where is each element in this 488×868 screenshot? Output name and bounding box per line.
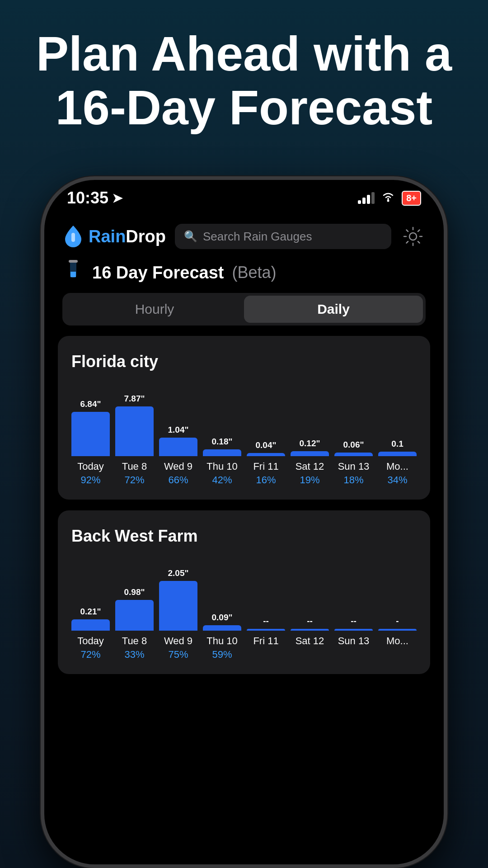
day-label-0-6: Sun 13 <box>338 461 370 472</box>
day-label-0-1: Tue 8 <box>122 461 147 472</box>
bar-0-4 <box>247 453 285 456</box>
bar-col-1-3: 0.09" <box>203 613 241 631</box>
bar-label-col-0-5: Sat 1219% <box>291 461 329 486</box>
app-logo: RainDrop <box>62 224 166 249</box>
phone-frame: 10:35 ➤ 8+ <box>41 176 447 868</box>
bar-0-1 <box>115 406 154 456</box>
day-label-1-1: Tue 8 <box>122 635 147 647</box>
hero-line1: Plan Ahead with a <box>9 27 479 81</box>
pct-label-0-7: 34% <box>387 474 407 486</box>
svg-rect-4 <box>70 272 76 277</box>
bar-label-col-1-5: Sat 12 <box>291 635 329 660</box>
bar-col-1-0: 0.21" <box>71 607 110 631</box>
raindrop-logo-icon <box>62 224 84 249</box>
location-arrow-icon: ➤ <box>112 191 122 206</box>
hero-line2: 16-Day Forecast <box>9 81 479 135</box>
bar-0-7 <box>378 452 417 456</box>
pct-label-0-1: 72% <box>124 474 144 486</box>
bar-amount-1-2: 2.05" <box>168 568 189 578</box>
bar-col-1-1: 0.98" <box>115 587 154 631</box>
hero-text: Plan Ahead with a 16-Day Forecast <box>0 27 488 135</box>
bar-col-1-2: 2.05" <box>159 568 197 631</box>
bar-col-0-3: 0.18" <box>203 437 241 456</box>
pct-label-0-5: 19% <box>300 474 319 486</box>
location-name-1: Back West Farm <box>71 527 417 546</box>
bar-0-0 <box>71 412 110 456</box>
pct-label-0-0: 92% <box>80 474 100 486</box>
day-label-1-7: Mo... <box>386 635 408 647</box>
bar-col-1-4: -- <box>247 616 285 631</box>
bar-0-3 <box>203 449 241 456</box>
day-label-1-4: Fri 11 <box>253 635 278 647</box>
bar-1-3 <box>203 625 241 631</box>
svg-point-0 <box>387 199 389 202</box>
bar-amount-1-7: - <box>396 616 399 626</box>
bar-label-col-1-4: Fri 11 <box>247 635 285 660</box>
bar-label-col-0-7: Mo...34% <box>378 461 417 486</box>
bar-amount-1-5: -- <box>307 616 313 626</box>
pct-label-0-6: 18% <box>343 474 363 486</box>
bar-col-0-0: 6.84" <box>71 399 110 456</box>
pct-label-1-3: 59% <box>212 649 232 660</box>
pct-label-1-1: 33% <box>124 649 144 660</box>
settings-button[interactable] <box>400 224 426 249</box>
bar-labels-0: Today92%Tue 872%Wed 966%Thu 1042%Fri 111… <box>71 461 417 486</box>
search-bar[interactable]: 🔍 Search Rain Gauges <box>175 224 391 249</box>
dynamic-island <box>208 188 280 206</box>
day-label-0-2: Wed 9 <box>164 461 192 472</box>
signal-icon <box>358 192 375 204</box>
location-name-0: Florida city <box>71 352 417 371</box>
bar-0-6 <box>334 453 373 456</box>
bar-label-col-0-4: Fri 1116% <box>247 461 285 486</box>
day-label-0-0: Today <box>77 461 104 472</box>
pct-label-1-2: 75% <box>168 649 188 660</box>
bar-amount-1-1: 0.98" <box>124 587 145 597</box>
bar-labels-1: Today72%Tue 833%Wed 975%Thu 1059%Fri 11S… <box>71 635 417 660</box>
svg-rect-5 <box>69 260 78 263</box>
section-title: 16 Day Forecast (Beta) <box>62 259 277 286</box>
bar-amount-0-6: 0.06" <box>343 440 364 450</box>
bar-amount-0-2: 1.04" <box>168 425 189 435</box>
bar-label-col-1-1: Tue 833% <box>115 635 154 660</box>
daily-tab[interactable]: Daily <box>244 296 423 323</box>
bar-amount-1-6: -- <box>351 616 357 626</box>
bar-col-0-1: 7.87" <box>115 394 154 456</box>
bar-col-0-7: 0.1 <box>378 439 417 456</box>
section-title-text: 16 Day Forecast <box>92 263 224 283</box>
beta-label: (Beta) <box>232 263 277 282</box>
app-name: RainDrop <box>89 227 166 246</box>
bar-1-5 <box>291 629 329 631</box>
bar-1-4 <box>247 629 285 631</box>
bar-amount-1-4: -- <box>263 616 269 626</box>
bar-label-col-0-6: Sun 1318% <box>334 461 373 486</box>
status-time: 10:35 ➤ <box>67 189 122 208</box>
search-icon: 🔍 <box>184 230 197 243</box>
bar-label-col-1-2: Wed 975% <box>159 635 197 660</box>
bar-col-1-7: - <box>378 616 417 631</box>
bar-chart-1: 0.21"0.98"2.05"0.09"------- <box>71 558 417 631</box>
day-label-1-2: Wed 9 <box>164 635 192 647</box>
bar-col-0-6: 0.06" <box>334 440 373 456</box>
search-placeholder: Search Rain Gauges <box>203 230 312 244</box>
bar-1-6 <box>334 629 373 631</box>
bar-label-col-0-0: Today92% <box>71 461 110 486</box>
bar-col-0-2: 1.04" <box>159 425 197 456</box>
pct-label-0-4: 16% <box>256 474 276 486</box>
bar-label-col-0-2: Wed 966% <box>159 461 197 486</box>
hourly-tab[interactable]: Hourly <box>65 296 244 323</box>
svg-point-2 <box>409 233 417 240</box>
day-label-1-0: Today <box>77 635 104 647</box>
bar-amount-0-1: 7.87" <box>124 394 145 404</box>
bar-amount-1-3: 0.09" <box>212 613 233 623</box>
bar-col-1-5: -- <box>291 616 329 631</box>
cards-container: Florida city6.84"7.87"1.04"0.18"0.04"0.1… <box>44 336 444 864</box>
day-label-1-3: Thu 10 <box>206 635 238 647</box>
app-header: RainDrop 🔍 Search Rain Gauges <box>44 216 444 257</box>
pct-label-0-2: 66% <box>168 474 188 486</box>
bar-1-2 <box>159 581 197 631</box>
day-label-1-6: Sun 13 <box>338 635 370 647</box>
toggle-container: Hourly Daily <box>62 293 426 326</box>
day-label-0-4: Fri 11 <box>253 461 278 472</box>
bar-label-col-0-1: Tue 872% <box>115 461 154 486</box>
bar-label-col-1-6: Sun 13 <box>334 635 373 660</box>
